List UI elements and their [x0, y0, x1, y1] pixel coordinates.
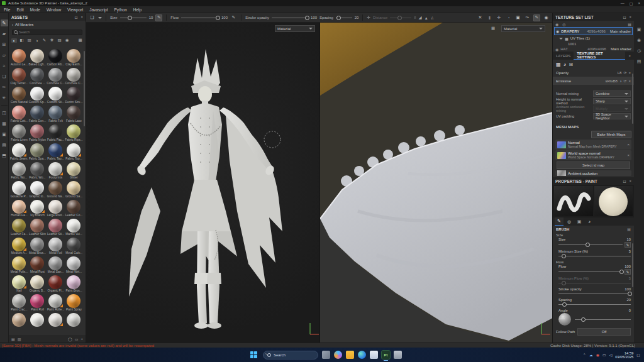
assets-scrollbar[interactable] — [84, 51, 85, 126]
mesh-map-world-space-normal[interactable]: World space normal World Space Normals D… — [555, 150, 631, 160]
min-size-slider[interactable] — [558, 254, 631, 258]
material-item[interactable]: Leather Skin — [28, 218, 47, 237]
material-item[interactable]: Glitter — [65, 162, 83, 180]
channel-format[interactable]: L8 — [618, 71, 622, 75]
brush-options-icon[interactable]: ▤ — [627, 227, 631, 231]
remove-map-icon[interactable]: × — [627, 153, 630, 157]
building-icon[interactable]: ▲ — [425, 16, 428, 20]
material-item[interactable]: Paint Brus... — [65, 275, 83, 293]
material-item[interactable]: Ground Sa... — [65, 180, 83, 199]
list-view-icon[interactable]: ▤ — [11, 337, 15, 341]
import-resources-icon[interactable]: ▭ — [75, 337, 79, 341]
material-item[interactable]: Fabric Cott... — [10, 105, 28, 124]
spacing-slider[interactable] — [336, 16, 352, 20]
mesh-map-ambient-occlusion[interactable]: Ambient occlusion — [555, 170, 631, 176]
filter-smart-masks-icon[interactable]: ▥ — [26, 38, 32, 43]
polygon-fill-tool-icon[interactable]: ▱ — [1, 52, 8, 58]
menu-window[interactable]: Window — [47, 8, 61, 12]
material-item[interactable]: Metal Galv... — [65, 237, 83, 256]
material-item[interactable] — [65, 312, 83, 331]
material-item[interactable]: Metal Polis... — [10, 256, 28, 275]
uv-padding-dropdown[interactable]: 3D Space Neighbor — [593, 113, 631, 119]
size-settings-icon[interactable]: ⊞ — [569, 62, 573, 67]
menu-help[interactable]: Help — [133, 8, 142, 12]
size-value[interactable]: 10 — [149, 16, 153, 19]
channels-icon[interactable]: ▦ — [556, 62, 561, 67]
log-icon[interactable]: ▤ — [637, 59, 641, 64]
tab-close-icon[interactable]: × — [625, 52, 634, 60]
close-button[interactable]: × — [638, 1, 640, 6]
pencil-mode-icon[interactable]: ✎ — [533, 14, 540, 21]
brush-preset-chevron-icon[interactable] — [98, 17, 102, 19]
material-item[interactable]: Fabric Felt — [47, 105, 65, 124]
menu-python[interactable]: Python — [114, 8, 127, 12]
filter-alphas-icon[interactable]: ❋ — [49, 38, 55, 43]
properties-tab-material-icon[interactable]: ◕ — [585, 217, 594, 226]
brush-size-slider[interactable] — [558, 243, 623, 247]
material-item[interactable]: Gouache P... — [10, 180, 28, 199]
material-item[interactable]: Concrete ... — [28, 67, 47, 86]
menu-javascript[interactable]: Javascript — [89, 8, 108, 12]
material-item[interactable]: Concrete C... — [47, 67, 65, 86]
effects-icon[interactable]: ⬒ — [1, 152, 8, 159]
clock[interactable]: 14:59 03/05/2025 — [615, 351, 633, 359]
material-item[interactable]: Carbon Fib... — [47, 48, 65, 67]
store-icon[interactable] — [370, 351, 378, 359]
visibility-all-icon[interactable]: ◉ — [555, 22, 558, 26]
shader-settings-icon[interactable]: ◉ — [637, 38, 641, 43]
symmetry-icon[interactable]: ✕ — [477, 14, 484, 21]
material-item[interactable]: Metal Rust — [28, 256, 47, 275]
notifications-icon[interactable]: ▢ — [636, 353, 640, 357]
detail-view-icon[interactable]: ▥ — [18, 337, 21, 341]
brush-flow-slider[interactable] — [558, 270, 623, 274]
select-id-map-button[interactable]: Select id map — [557, 162, 630, 169]
material-item[interactable]: Paint Roll — [28, 293, 47, 312]
assets-close-icon[interactable]: × — [80, 15, 83, 19]
capture-icon[interactable]: ◉ — [543, 14, 550, 21]
shelf-status-icon[interactable]: ◯ — [68, 337, 72, 341]
stroke-opacity-value[interactable]: 100 — [625, 287, 631, 291]
spacing-value[interactable]: 20 — [627, 298, 631, 302]
clone-tool-icon[interactable]: ❏ — [1, 73, 8, 80]
shading-mode-2d-dropdown[interactable]: Material — [501, 25, 545, 32]
material-item[interactable]: Fabric Spa... — [28, 143, 47, 162]
material-item[interactable]: Concrete C... — [65, 67, 83, 86]
menu-file[interactable]: File — [4, 8, 10, 12]
angle-link-icon[interactable]: ✛ — [367, 15, 370, 20]
size-pressure-icon[interactable]: ✎ — [155, 14, 162, 21]
history-icon[interactable]: ◷ — [637, 48, 641, 53]
material-item[interactable]: Baked Ligh... — [28, 48, 47, 67]
stroke-opacity-slider[interactable] — [272, 16, 308, 20]
menu-viewport[interactable]: Viewport — [67, 8, 83, 12]
material-item[interactable]: Ivy Branch — [28, 199, 47, 218]
material-item[interactable]: Metal Brus... — [28, 237, 47, 256]
material-item[interactable]: Paint Rolle... — [47, 293, 65, 312]
material-item[interactable]: Fabric Wo... — [28, 162, 47, 180]
adobe-app-icon[interactable] — [394, 351, 402, 359]
material-item[interactable]: Fabric Linen — [10, 124, 28, 143]
material-item[interactable]: Leather Fa... — [10, 218, 28, 237]
cast-icon[interactable]: ▭ — [602, 353, 606, 357]
file-explorer-icon[interactable] — [346, 351, 354, 359]
brush-preset-icon[interactable]: ❏ — [89, 14, 96, 21]
filter-materials-icon[interactable]: ◐ — [11, 38, 17, 43]
quick-mask-icon[interactable]: ◫ — [1, 109, 8, 116]
material-item[interactable]: Graphic lo... — [28, 180, 47, 199]
bake-icon[interactable]: ◕ — [564, 62, 567, 67]
library-selector[interactable]: › All libraries — [9, 21, 86, 28]
menu-mode[interactable]: Mode — [30, 8, 40, 12]
properties-dock-icon[interactable]: ⊡ — [623, 179, 626, 184]
filter-environments-icon[interactable]: ◉ — [64, 38, 70, 43]
material-item[interactable]: Footprints — [47, 162, 65, 180]
paint-tool-icon[interactable]: ✎ — [1, 19, 8, 26]
assets-dock-icon[interactable]: ⊡ — [74, 15, 77, 19]
eye-icon[interactable]: ◉ — [555, 47, 558, 52]
material-item[interactable]: Paint Crac... — [10, 293, 28, 312]
add-resource-icon[interactable]: + — [80, 337, 83, 341]
flow-value[interactable]: 100 — [625, 265, 631, 268]
spacing-value[interactable]: 20 — [355, 16, 359, 19]
material-item[interactable]: Organic B... — [28, 275, 47, 293]
channel-remove-icon[interactable]: × — [628, 71, 631, 75]
brush-scrollbar[interactable] — [632, 243, 633, 287]
material-item[interactable] — [28, 312, 47, 331]
